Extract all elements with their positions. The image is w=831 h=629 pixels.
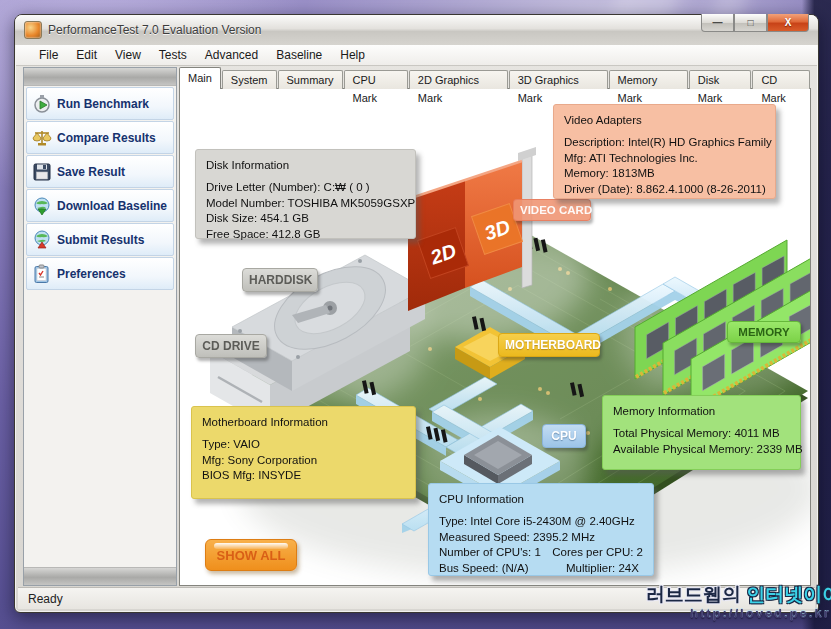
memory-info-box: Memory Information Total Physical Memory… — [602, 395, 801, 470]
tab-system[interactable]: System — [222, 70, 277, 89]
cd-drive-label: CD DRIVE — [195, 334, 267, 358]
memory-info-line: Available Physical Memory: 2339 MB — [613, 442, 790, 458]
sidebar-item-label: Save Result — [57, 165, 125, 179]
cpu-info-line: Type: Intel Core i5-2430M @ 2.40GHz — [439, 514, 643, 530]
app-icon — [24, 21, 42, 39]
video-adapters-line: Memory: 1813MB — [564, 166, 765, 182]
sidebar-item-download-baseline[interactable]: Download Baseline — [26, 189, 174, 222]
stopwatch-icon — [27, 94, 57, 114]
sidebar: Run Benchmark Compare Results Save Resul… — [23, 67, 177, 586]
cpu-info-cell: Bus Speed: (N/A) — [439, 561, 566, 577]
show-all-button[interactable]: SHOW ALL — [205, 539, 297, 571]
motherboard-info-title: Motherboard Information — [202, 416, 405, 428]
video-adapters-box: Video Adapters Description: Intel(R) HD … — [553, 104, 776, 199]
sidebar-item-compare-results[interactable]: Compare Results — [26, 121, 174, 154]
menu-item-view[interactable]: View — [106, 46, 150, 64]
title-bar[interactable]: PerformanceTest 7.0 Evaluation Version —… — [15, 15, 818, 45]
cpu-label: CPU — [542, 424, 586, 448]
sidebar-item-label: Run Benchmark — [57, 97, 149, 111]
main-content: 2D 3D HARDDISK CD DRIVE VIDEO CARD MOTHE… — [179, 88, 811, 586]
menu-item-edit[interactable]: Edit — [67, 46, 106, 64]
sidebar-item-run-benchmark[interactable]: Run Benchmark — [26, 87, 174, 120]
video-card-label: VIDEO CARD — [513, 199, 591, 221]
tab-2d-graphics-mark[interactable]: 2D Graphics Mark — [409, 70, 508, 89]
maximize-button[interactable]: □ — [734, 14, 767, 32]
menu-item-advanced[interactable]: Advanced — [196, 46, 267, 64]
status-text: Ready — [28, 592, 63, 606]
disk-info-line: Drive Letter (Number): C:₩ ( 0 ) — [206, 180, 405, 196]
sidebar-item-label: Compare Results — [57, 131, 156, 145]
watermark-part2: 인터넷이야기 — [741, 584, 831, 605]
cpu-info-line: Measured Speed: 2395.2 MHz — [439, 530, 643, 546]
motherboard-info-line: Mfg: Sony Corporation — [202, 453, 405, 469]
tab-memory-mark[interactable]: Memory Mark — [609, 70, 688, 89]
tab-disk-mark[interactable]: Disk Mark — [689, 70, 752, 89]
video-adapters-line: Mfg: ATI Technologies Inc. — [564, 151, 765, 167]
window-controls: — □ X — [701, 14, 809, 32]
motherboard-info-line: Type: VAIO — [202, 437, 405, 453]
tab-cd-mark[interactable]: CD Mark — [752, 70, 810, 89]
menu-item-baseline[interactable]: Baseline — [267, 46, 331, 64]
clipboard-icon — [27, 264, 57, 284]
harddisk-label: HARDDISK — [242, 268, 318, 292]
floppy-icon — [27, 162, 57, 182]
cpu-info-row: Number of CPU's: 1 Cores per CPU: 2 — [439, 545, 643, 561]
motherboard-info-box: Motherboard Information Type: VAIO Mfg: … — [191, 406, 416, 499]
close-button[interactable]: X — [767, 14, 809, 32]
memory-info-title: Memory Information — [613, 405, 790, 417]
sidebar-item-submit-results[interactable]: Submit Results — [26, 223, 174, 256]
disk-info-box: Disk Information Drive Letter (Number): … — [195, 149, 416, 239]
menu-bar: File Edit View Tests Advanced Baseline H… — [16, 45, 817, 66]
scales-icon — [27, 128, 57, 148]
sidebar-item-save-result[interactable]: Save Result — [26, 155, 174, 188]
minimize-button[interactable]: — — [701, 14, 734, 32]
cpu-info-cell: Cores per CPU: 2 — [552, 545, 643, 561]
cpu-info-row: Bus Speed: (N/A) Multiplier: 24X — [439, 561, 643, 577]
watermark-url: http://loved.pe.kr — [690, 606, 831, 621]
memory-info-line: Total Physical Memory: 4011 MB — [613, 426, 790, 442]
tab-3d-graphics-mark[interactable]: 3D Graphics Mark — [509, 70, 608, 89]
disk-info-title: Disk Information — [206, 159, 405, 171]
menu-item-help[interactable]: Help — [331, 46, 374, 64]
watermark-part1: 러브드웹의 — [646, 584, 741, 605]
motherboard-label: MOTHERBOARD — [498, 333, 600, 357]
cpu-info-cell: Multiplier: 24X — [566, 561, 639, 577]
globe-download-icon — [27, 196, 57, 216]
memory-label: MEMORY — [727, 321, 801, 343]
menu-item-file[interactable]: File — [30, 46, 67, 64]
video-adapters-title: Video Adapters — [564, 114, 765, 126]
cpu-info-title: CPU Information — [439, 493, 643, 505]
disk-info-line: Free Space: 412.8 GB — [206, 227, 405, 243]
video-adapters-line: Description: Intel(R) HD Graphics Family — [564, 135, 765, 151]
sidebar-item-label: Submit Results — [57, 233, 144, 247]
globe-upload-icon — [27, 230, 57, 250]
tab-bar: Main System Summary CPU Mark 2D Graphics… — [179, 67, 811, 89]
app-window: PerformanceTest 7.0 Evaluation Version —… — [14, 14, 819, 613]
tab-cpu-mark[interactable]: CPU Mark — [344, 70, 408, 89]
sidebar-item-label: Preferences — [57, 267, 126, 281]
sidebar-item-preferences[interactable]: Preferences — [26, 257, 174, 290]
video-adapters-line: Driver (Date): 8.862.4.1000 (8-26-2011) — [564, 182, 765, 198]
watermark-title: 러브드웹의 인터넷이야기 — [646, 582, 831, 608]
disk-info-line: Model Number: TOSHIBA MK5059GSXP — [206, 196, 405, 212]
sidebar-top-strip — [24, 68, 176, 86]
tab-main[interactable]: Main — [179, 67, 221, 89]
window-title: PerformanceTest 7.0 Evaluation Version — [48, 23, 261, 37]
menu-item-tests[interactable]: Tests — [150, 46, 196, 64]
motherboard-info-line: BIOS Mfg: INSYDE — [202, 468, 405, 484]
sidebar-item-label: Download Baseline — [57, 199, 167, 213]
desktop: { "window": { "title": "PerformanceTest … — [0, 0, 831, 629]
main-tab-panel: Main System Summary CPU Mark 2D Graphics… — [179, 67, 811, 586]
cpu-info-cell: Number of CPU's: 1 — [439, 545, 552, 561]
disk-info-line: Disk Size: 454.1 GB — [206, 211, 405, 227]
cpu-info-box: CPU Information Type: Intel Core i5-2430… — [428, 483, 654, 576]
sidebar-bottom-strip — [24, 567, 176, 585]
tab-summary[interactable]: Summary — [278, 70, 343, 89]
